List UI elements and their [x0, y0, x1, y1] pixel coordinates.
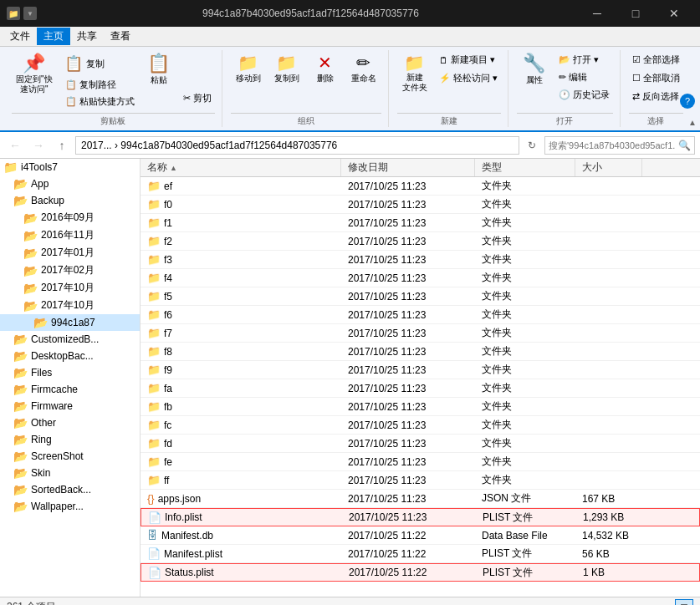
tree-item[interactable]: 📂2016年09月: [0, 209, 140, 226]
table-row[interactable]: 📁f52017/10/25 11:23文件夹: [141, 287, 700, 306]
col-type-label: 类型: [482, 160, 502, 175]
table-row[interactable]: 📁fe2017/10/25 11:23文件夹: [141, 453, 700, 471]
pasteshortcut-button[interactable]: 📋 粘贴快捷方式: [62, 94, 138, 109]
table-row[interactable]: 📁fc2017/10/25 11:23文件夹: [141, 416, 700, 435]
tree-item-label: Skin: [31, 467, 50, 479]
tree-item[interactable]: 📂2016年11月: [0, 226, 140, 244]
col-header-date[interactable]: 修改日期: [341, 159, 475, 176]
table-row[interactable]: 📁fb2017/10/25 11:23文件夹: [141, 398, 700, 416]
copypath-button[interactable]: 📋 复制路径: [62, 77, 138, 93]
maximize-button[interactable]: □: [616, 0, 655, 27]
back-button[interactable]: ←: [5, 135, 25, 155]
table-row[interactable]: {}apps.json2017/10/25 11:23JSON 文件167 KB: [141, 490, 700, 508]
tree-item[interactable]: 📂Skin: [0, 465, 140, 481]
view-detail-button[interactable]: ⊞: [675, 599, 693, 606]
col-header-size[interactable]: 大小: [575, 159, 642, 176]
open-label: 打开: [517, 113, 613, 127]
status-view-controls: ≡ ⊞: [653, 599, 693, 606]
view-list-button[interactable]: ≡: [653, 599, 672, 606]
table-row[interactable]: 📁f92017/10/25 11:23文件夹: [141, 361, 700, 379]
table-row[interactable]: 📁f62017/10/25 11:23文件夹: [141, 306, 700, 324]
menu-share[interactable]: 共享: [70, 28, 104, 45]
menu-file[interactable]: 文件: [3, 28, 37, 45]
tree-item[interactable]: 📁i4Tools7: [0, 159, 140, 175]
file-size-cell: [575, 203, 642, 206]
table-row[interactable]: 📁f42017/10/25 11:23文件夹: [141, 269, 700, 287]
tree-item[interactable]: 📂Other: [0, 414, 140, 431]
copyto-icon: 📁: [276, 54, 297, 71]
refresh-button[interactable]: ↻: [523, 136, 541, 155]
tree-item[interactable]: 📂2017年01月: [0, 244, 140, 262]
file-name-cell: 📁ff: [141, 472, 341, 488]
edit-button[interactable]: ✏ 编辑: [555, 69, 613, 85]
tree-item[interactable]: 📂Backup: [0, 192, 140, 209]
table-row[interactable]: 📄Status.plist2017/10/25 11:22PLIST 文件1 K…: [141, 563, 700, 582]
properties-button[interactable]: 🔧 属性: [517, 52, 552, 89]
table-row[interactable]: 📁fa2017/10/25 11:23文件夹: [141, 379, 700, 398]
file-type-icon: 📁: [147, 437, 161, 450]
minimize-button[interactable]: ─: [578, 0, 616, 27]
file-type-cell: PLIST 文件: [475, 545, 575, 562]
file-type-icon: 📁: [147, 382, 161, 394]
col-header-name[interactable]: 名称 ▲: [141, 159, 341, 176]
tree-item[interactable]: 📂Firmcache: [0, 381, 140, 398]
table-row[interactable]: 📁f02017/10/25 11:23文件夹: [141, 196, 700, 214]
history-button[interactable]: 🕐 历史记录: [555, 87, 613, 103]
file-date-cell: 2017/10/25 11:23: [341, 197, 475, 212]
table-row[interactable]: 📁ff2017/10/25 11:23文件夹: [141, 471, 700, 490]
paste-button[interactable]: 📋 粘贴: [141, 52, 176, 89]
file-name-cell: 📁f2: [141, 233, 341, 249]
tree-item[interactable]: 📂DesktopBac...: [0, 348, 140, 364]
tree-item[interactable]: 📂2017年10月: [0, 297, 140, 314]
search-input[interactable]: [549, 140, 676, 150]
copyto-button[interactable]: 📁 复制到: [269, 52, 304, 87]
newfolder-button[interactable]: 📁 新建文件夹: [397, 52, 432, 95]
tree-item[interactable]: 📂2017年02月: [0, 262, 140, 279]
selectall-icon: ☑: [632, 54, 641, 65]
pin-to-quickaccess-button[interactable]: 📌 固定到"快速访问": [12, 52, 57, 97]
newitem-col: 🗒 新建项目 ▾ ⚡ 轻松访问 ▾: [436, 52, 501, 86]
easyaccess-button[interactable]: ⚡ 轻松访问 ▾: [436, 70, 501, 86]
newitem-button[interactable]: 🗒 新建项目 ▾: [436, 52, 501, 68]
col-header-type[interactable]: 类型: [475, 159, 575, 176]
table-row[interactable]: 📄Info.plist2017/10/25 11:23PLIST 文件1,293…: [141, 508, 700, 526]
table-row[interactable]: 📄Manifest.plist2017/10/25 11:22PLIST 文件5…: [141, 545, 700, 563]
forward-button[interactable]: →: [28, 135, 49, 155]
invertsel-button[interactable]: ⇄ 反向选择: [629, 89, 683, 104]
tree-item[interactable]: 📂SortedBack...: [0, 481, 140, 498]
tree-item[interactable]: 📂Firmware: [0, 398, 140, 414]
open-button[interactable]: 📂 打开 ▾: [555, 52, 613, 68]
table-row[interactable]: 📁f72017/10/25 11:23文件夹: [141, 324, 700, 343]
table-row[interactable]: 📁f12017/10/25 11:23文件夹: [141, 214, 700, 232]
tree-item[interactable]: 📂ScreenShot: [0, 448, 140, 465]
close-button[interactable]: ✕: [655, 0, 693, 27]
selectall-button[interactable]: ☑ 全部选择: [629, 52, 683, 68]
moveto-button[interactable]: 📁 移动到: [231, 52, 266, 87]
tree-item[interactable]: 📂App: [0, 175, 140, 192]
file-type-icon: 📄: [148, 511, 161, 524]
table-row[interactable]: 📁fd2017/10/25 11:23文件夹: [141, 435, 700, 453]
table-row[interactable]: 📁f22017/10/25 11:23文件夹: [141, 232, 700, 251]
tree-item[interactable]: 📂2017年10月: [0, 279, 140, 297]
delete-button[interactable]: ✕ 删除: [308, 52, 343, 87]
rename-button[interactable]: ✏ 重命名: [346, 52, 381, 87]
tree-item-label: i4Tools7: [21, 161, 58, 173]
table-row[interactable]: 📁f82017/10/25 11:23文件夹: [141, 343, 700, 361]
table-row[interactable]: 📁f32017/10/25 11:23文件夹: [141, 251, 700, 269]
menu-home[interactable]: 主页: [37, 28, 70, 45]
copy-button[interactable]: 📋 复制: [60, 52, 138, 75]
selectnone-button[interactable]: ☐ 全部取消: [629, 70, 683, 86]
up-button[interactable]: ↑: [52, 135, 72, 155]
tree-item[interactable]: 📂994c1a87: [0, 314, 140, 331]
ribbon-expand-button[interactable]: ▲: [688, 118, 697, 127]
menu-view[interactable]: 查看: [104, 28, 137, 45]
table-row[interactable]: 📁ef2017/10/25 11:23文件夹: [141, 177, 700, 196]
help-button[interactable]: ?: [680, 94, 695, 109]
tree-item[interactable]: 📂Wallpaper...: [0, 498, 140, 515]
tree-item[interactable]: 📂CustomizedB...: [0, 331, 140, 348]
table-row[interactable]: 🗄Manifest.db2017/10/25 11:22Data Base Fi…: [141, 526, 700, 545]
cut-button[interactable]: ✂ 剪切: [180, 90, 215, 106]
address-path[interactable]: 2017... › 994c1a87b4030ed95acf1ad7f12564…: [75, 136, 519, 155]
tree-item[interactable]: 📂Files: [0, 364, 140, 381]
tree-item[interactable]: 📂Ring: [0, 431, 140, 448]
